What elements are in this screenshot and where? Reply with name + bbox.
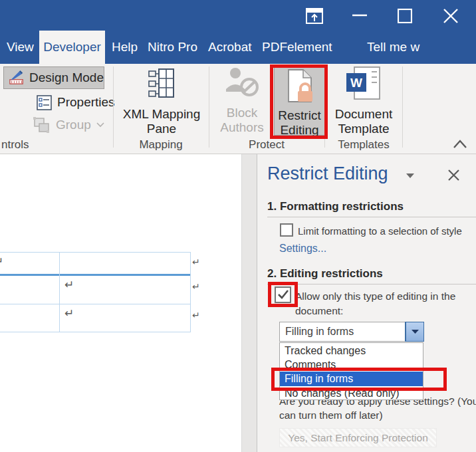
table-border — [0, 332, 191, 332]
xml-mapping-icon — [148, 68, 175, 100]
controls-group-label: ntrols — [1, 138, 29, 152]
document-template-button[interactable]: W Document Template — [332, 66, 395, 136]
group-icon — [32, 116, 51, 134]
tell-me-label[interactable]: Tell me w — [367, 31, 419, 64]
end-of-cell-mark: ↵ — [64, 308, 74, 319]
table-border — [59, 252, 60, 332]
limit-formatting-label: Limit formatting to a selection of style — [298, 225, 462, 237]
editing-type-dropdown[interactable]: Filling in forms — [279, 322, 424, 342]
annotation-filling-in-forms-option — [271, 368, 447, 391]
tab-pdfelement[interactable]: PDFelement — [262, 31, 332, 64]
end-of-row-mark: ↵ — [192, 310, 200, 320]
design-mode-icon — [9, 70, 24, 86]
group-label: Group — [56, 118, 91, 132]
properties-label: Properties — [57, 95, 115, 110]
tab-nitro-pro[interactable]: Nitro Pro — [148, 31, 197, 64]
section-divider — [267, 217, 476, 217]
formatting-restrictions-heading: 1. Formatting restrictions — [267, 200, 404, 213]
ribbon-separator — [402, 66, 403, 148]
option-tracked-changes[interactable]: Tracked changes — [280, 344, 423, 358]
ribbon-display-options-icon[interactable] — [304, 7, 324, 25]
pane-title: Restrict Editing — [267, 164, 388, 184]
editing-restrictions-heading: 2. Editing restrictions — [267, 267, 383, 281]
document-template-label: Document Template — [332, 107, 395, 136]
mapping-group-label: Mapping — [113, 138, 209, 152]
ribbon: Design Mode Properties Group ntrols — [0, 64, 476, 154]
maximize-button[interactable] — [396, 7, 414, 25]
limit-formatting-checkbox[interactable] — [280, 223, 293, 237]
dropdown-value: Filling in forms — [285, 326, 354, 338]
title-bar — [0, 0, 476, 31]
block-authors-label: Block Authors — [213, 106, 271, 135]
allow-editing-label: Allow only this type of editing in the d… — [295, 289, 475, 318]
end-of-row-mark: ↵ — [192, 257, 200, 267]
minimize-button[interactable] — [351, 9, 368, 21]
ribbon-tab-row: View Developer Help Nitro Pro Acrobat PD… — [0, 31, 476, 64]
document-pane-gap — [241, 154, 257, 452]
xml-mapping-pane-button[interactable]: XML Mapping Pane — [116, 66, 207, 136]
tab-view[interactable]: View — [7, 31, 34, 64]
section-divider — [267, 284, 476, 284]
start-enforcing-protection-button[interactable]: Yes, Start Enforcing Protection — [279, 428, 437, 447]
group-button[interactable]: Group — [32, 116, 104, 134]
end-of-cell-mark: ↵ — [0, 256, 3, 267]
ribbon-separator — [209, 66, 209, 148]
design-mode-button[interactable]: Design Mode — [3, 66, 104, 89]
group-chevron-icon — [96, 122, 104, 128]
table-border — [0, 304, 191, 304]
document-canvas[interactable]: ↵ ↵ ↵ ↵ ↵ ↵ — [0, 154, 241, 452]
tab-acrobat[interactable]: Acrobat — [208, 31, 251, 64]
xml-mapping-label: XML Mapping Pane — [116, 107, 207, 136]
properties-icon — [37, 95, 52, 110]
dropdown-arrow-icon[interactable] — [406, 322, 423, 341]
templates-group-label: Templates — [324, 138, 403, 152]
table-border-thick — [0, 274, 191, 276]
ribbon-separator — [113, 66, 114, 148]
tab-developer[interactable]: Developer — [39, 31, 105, 64]
end-of-row-mark: ↵ — [192, 282, 200, 291]
design-mode-label: Design Mode — [29, 70, 104, 85]
pane-menu-chevron-icon[interactable] — [404, 170, 417, 181]
block-authors-button[interactable]: Block Authors — [213, 66, 271, 136]
settings-link[interactable]: Settings... — [279, 243, 326, 255]
document-template-icon: W — [345, 66, 382, 101]
table-border — [190, 252, 191, 332]
block-authors-icon — [225, 66, 259, 100]
table-border — [0, 252, 191, 253]
protect-group-label: Protect — [209, 138, 324, 152]
properties-button[interactable]: Properties — [37, 93, 115, 112]
svg-text:W: W — [350, 76, 362, 90]
pane-close-icon[interactable] — [446, 168, 461, 182]
annotation-restrict-editing-button — [270, 64, 328, 139]
tab-help[interactable]: Help — [112, 31, 138, 64]
annotation-allow-editing-checkbox — [268, 282, 298, 307]
end-of-cell-mark: ↵ — [64, 279, 74, 290]
close-window-button[interactable] — [441, 7, 460, 25]
collapse-ribbon-chevron-icon[interactable] — [451, 137, 469, 150]
